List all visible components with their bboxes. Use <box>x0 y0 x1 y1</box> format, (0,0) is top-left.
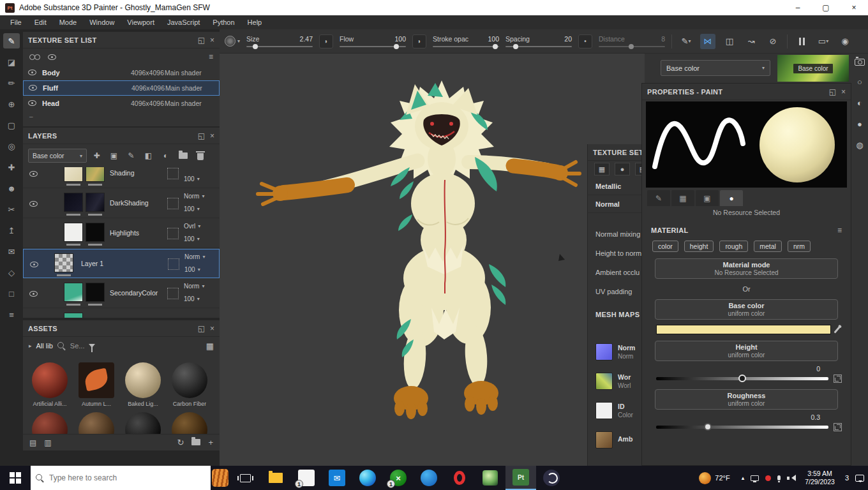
menu-help[interactable]: Help <box>241 15 269 29</box>
pause-engine-button[interactable] <box>794 34 809 49</box>
texture-set-row[interactable]: Body 4096x4096 Main shader <box>23 65 220 80</box>
add-mask-icon[interactable]: ◧ <box>141 149 156 163</box>
substance-painter-taskbar-icon[interactable]: Pt <box>505 466 536 490</box>
history-tool[interactable]: ◇ <box>3 265 20 280</box>
eraser-tool[interactable]: ◪ <box>3 54 20 70</box>
layer-visibility-icon[interactable] <box>29 171 38 177</box>
marquee-select-tool[interactable]: ▢ <box>3 117 20 133</box>
layer-opacity-select[interactable]: 100▾ <box>184 235 200 242</box>
flow-slider[interactable] <box>340 46 406 47</box>
material-preview-thumbnail[interactable]: Base color <box>777 55 849 82</box>
lazy-mouse-button[interactable]: ↝ <box>744 34 759 49</box>
projection-tool[interactable]: ✏ <box>3 75 20 91</box>
channel-filter-select[interactable]: Base color ▾ <box>28 149 87 163</box>
close-icon[interactable]: × <box>210 325 214 332</box>
height-button[interactable]: Height uniform color <box>655 341 838 361</box>
channel-chip-metal[interactable]: metal <box>754 241 782 252</box>
search-input[interactable] <box>49 473 206 482</box>
spacing-slider[interactable] <box>505 46 572 47</box>
hidden-icons-chevron[interactable]: ▴ <box>742 475 745 481</box>
asset-item[interactable]: Carbon Fiber <box>169 362 210 407</box>
trash-icon[interactable] <box>193 149 207 163</box>
asset-item[interactable]: Artificial Alli... <box>29 362 70 407</box>
blue-app-icon[interactable] <box>414 466 444 490</box>
layer-row[interactable]: SecondaryColor Norm▾ 100▾ <box>23 279 220 308</box>
roughness-button[interactable]: Roughness uniform color <box>655 389 838 410</box>
close-button[interactable]: × <box>840 0 868 15</box>
channel-chip-rough[interactable]: rough <box>719 241 748 252</box>
spacing-mode-button[interactable]: • <box>578 34 592 48</box>
layer-row-selected[interactable]: Layer 1 Norm▾ 100▾ <box>23 249 220 278</box>
minimize-button[interactable]: – <box>784 0 812 15</box>
mannequin-tool[interactable]: ☻ <box>3 181 20 196</box>
layer-row[interactable]: Shading 100▾ <box>23 167 220 188</box>
menu-edit[interactable]: Edit <box>28 15 53 29</box>
mask-slot-icon[interactable] <box>167 198 179 209</box>
channel-chip-height[interactable]: height <box>684 241 714 252</box>
menu-javascript[interactable]: JavaScript <box>161 15 206 29</box>
layer-row[interactable] <box>23 309 220 318</box>
stroke-opacity-slider[interactable] <box>433 46 499 47</box>
projection-mode-button[interactable]: ▭▾ <box>816 34 831 49</box>
opera-browser-icon[interactable] <box>444 466 475 490</box>
display-tray-icon[interactable] <box>751 475 759 481</box>
sphere-tab-icon[interactable]: ● <box>615 163 630 175</box>
store-icon[interactable]: 1 <box>291 466 322 490</box>
add-adjustment-icon[interactable]: ◐ <box>158 149 173 163</box>
chevron-right-icon[interactable]: ▸ <box>29 343 32 349</box>
undock-icon[interactable]: ◱ <box>198 36 205 44</box>
mirror-symmetry-button[interactable]: ◫ <box>722 34 737 49</box>
tab-grid-icon[interactable]: ▦ <box>671 190 694 206</box>
layer-opacity-select[interactable]: 100▾ <box>184 266 200 273</box>
clone-tool[interactable]: ✚ <box>3 160 20 175</box>
layer-opacity-select[interactable]: 100▾ <box>184 205 200 212</box>
close-icon[interactable]: × <box>841 88 846 96</box>
shader-sphere-icon[interactable]: ● <box>857 119 862 129</box>
add-fill-layer-icon[interactable]: ▣ <box>107 149 121 163</box>
channel-chip-color[interactable]: color <box>652 241 678 252</box>
layer-row[interactable]: DarkShading Norm▾ 100▾ <box>23 189 220 218</box>
distance-slider[interactable] <box>599 46 665 47</box>
folder-icon[interactable] <box>191 439 200 447</box>
tab-stencil-icon[interactable]: ▣ <box>696 190 719 206</box>
tab-material-sphere-icon[interactable]: ● <box>720 190 743 206</box>
paint-brush-tool[interactable]: ✎ <box>3 33 20 48</box>
smudge-tool[interactable]: ◎ <box>3 138 20 154</box>
channel-chip-nrm[interactable]: nrm <box>788 241 811 252</box>
size-pressure-button[interactable]: ◗ <box>319 34 333 48</box>
add-effect-icon[interactable]: ✚ <box>89 149 104 163</box>
texture-set-row[interactable]: Fluff 4096x4096 Main shader <box>23 80 220 96</box>
alignment-off-button[interactable]: ⊘ <box>765 34 781 49</box>
texture-set-row[interactable]: Head 4096x4096 Main shader <box>23 96 220 111</box>
viewport-3d[interactable] <box>220 54 645 466</box>
menu-file[interactable]: File <box>4 15 28 29</box>
environment-sphere-icon[interactable]: ○ <box>857 77 862 87</box>
file-explorer-icon[interactable] <box>260 466 291 490</box>
height-slider[interactable] <box>656 377 828 380</box>
eyedropper-icon[interactable] <box>834 326 840 333</box>
volume-tray-icon[interactable] <box>787 474 795 482</box>
channel-select[interactable]: Base color ▾ <box>661 60 770 76</box>
visibility-eye-icon[interactable] <box>28 100 36 106</box>
mask-slot-icon[interactable] <box>168 258 179 270</box>
mic-tray-icon[interactable] <box>777 475 781 480</box>
expand-icon[interactable] <box>834 423 842 431</box>
mask-slot-icon[interactable] <box>167 168 179 179</box>
undock-icon[interactable]: ◱ <box>829 88 836 96</box>
maximize-button[interactable]: ▢ <box>812 0 840 15</box>
undock-icon[interactable]: ◱ <box>198 325 205 332</box>
expand-icon[interactable] <box>834 375 842 383</box>
menu-mode[interactable]: Mode <box>53 15 84 29</box>
xbox-icon[interactable]: ×1 <box>383 466 414 490</box>
display-mode-icon[interactable]: ◐ <box>857 98 862 108</box>
action-center-icon[interactable] <box>855 475 864 482</box>
eye-icon[interactable] <box>48 54 56 60</box>
start-button[interactable] <box>0 466 31 490</box>
assets-search-input[interactable]: Se... <box>70 342 85 350</box>
material-mode-button[interactable]: Material mode No Resource Selected <box>655 258 838 279</box>
layer-blend-select[interactable]: Norm▾ <box>184 253 205 260</box>
layer-opacity-select[interactable]: 100▾ <box>184 175 200 182</box>
layer-row[interactable]: Highlights Ovrl▾ 100▾ <box>23 219 220 248</box>
roughness-slider[interactable] <box>656 426 828 429</box>
task-view-button[interactable] <box>230 466 260 490</box>
